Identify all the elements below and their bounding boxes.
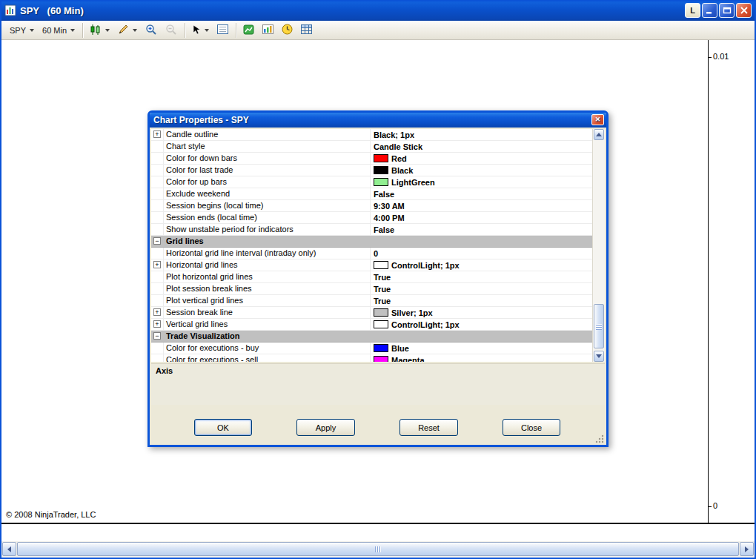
property-value[interactable]: Blue <box>371 343 592 354</box>
data-box-button[interactable] <box>213 22 232 39</box>
copyright-text: © 2008 NinjaTrader, LLC <box>6 510 96 519</box>
value-text: Candle Stick <box>374 142 422 152</box>
cursor-icon <box>192 24 201 36</box>
minimize-button[interactable] <box>702 3 717 18</box>
property-row[interactable]: Exclude weekendFalse <box>151 188 592 200</box>
scrollbar-thumb[interactable] <box>594 304 604 348</box>
property-value[interactable]: Magenta <box>371 354 592 362</box>
scrollbar-thumb[interactable] <box>17 542 739 556</box>
expand-icon[interactable]: + <box>153 261 161 268</box>
property-row[interactable]: Color for down barsRed <box>151 153 592 165</box>
collapse-icon[interactable]: − <box>153 237 161 245</box>
property-value[interactable]: Black <box>371 165 592 176</box>
window-titlebar[interactable]: SPY (60 Min) L <box>0 0 756 21</box>
session-clock-button[interactable] <box>278 22 296 39</box>
chart-horizontal-scrollbar[interactable] <box>1 541 755 557</box>
expand-cell <box>151 165 164 176</box>
property-row[interactable]: Chart styleCandle Stick <box>151 141 592 153</box>
property-value[interactable]: True <box>371 295 592 306</box>
value-text: True <box>374 296 391 306</box>
property-row[interactable]: +Session break lineSilver; 1px <box>151 307 592 319</box>
scroll-right-button[interactable] <box>740 542 754 556</box>
chart-style-button[interactable] <box>86 22 113 39</box>
drawing-tools-button[interactable] <box>114 22 141 39</box>
expand-icon[interactable]: + <box>153 130 161 138</box>
property-value[interactable]: False <box>371 224 592 235</box>
property-row[interactable]: Color for last tradeBlack <box>151 165 592 176</box>
property-grid-scrollbar[interactable] <box>592 129 605 362</box>
expand-cell <box>151 283 164 294</box>
app-icon <box>4 4 16 16</box>
apply-button[interactable]: Apply <box>296 419 355 436</box>
chart-image-button[interactable] <box>259 22 277 39</box>
chart-image-icon <box>262 24 273 36</box>
property-value[interactable]: True <box>371 283 592 294</box>
property-value[interactable]: False <box>371 188 592 199</box>
data-grid-button[interactable] <box>297 22 316 39</box>
cursor-tool-button[interactable] <box>188 22 213 39</box>
property-row[interactable]: Session begins (local time)9:30 AM <box>151 200 592 212</box>
property-label: Vertical grid lines <box>164 319 371 330</box>
property-row[interactable]: Color for executions - sellMagenta <box>151 354 592 362</box>
property-value[interactable]: Silver; 1px <box>371 307 592 318</box>
property-value[interactable]: 9:30 AM <box>371 200 592 211</box>
resize-grip[interactable] <box>595 434 605 443</box>
property-value[interactable]: LightGreen <box>371 176 592 188</box>
maximize-button[interactable] <box>719 3 735 18</box>
property-value[interactable]: 4:00 PM <box>371 212 592 223</box>
category-row[interactable]: −Grid lines <box>151 236 592 248</box>
property-row[interactable]: +Vertical grid linesControlLight; 1px <box>151 319 592 331</box>
property-grid: +Candle outlineBlack; 1pxChart styleCand… <box>151 129 605 362</box>
property-value[interactable]: Black; 1px <box>371 129 592 140</box>
data-box-icon <box>217 24 228 36</box>
property-value[interactable]: Red <box>371 153 592 164</box>
dialog-close-button[interactable]: ✕ <box>591 114 604 125</box>
expand-cell <box>151 153 164 164</box>
scroll-up-button[interactable] <box>594 129 604 140</box>
expand-icon[interactable]: + <box>153 308 161 316</box>
property-row[interactable]: Color for executions - buyBlue <box>151 343 592 354</box>
property-row[interactable]: +Candle outlineBlack; 1px <box>151 129 592 141</box>
category-row[interactable]: −Trade Visualization <box>151 331 592 343</box>
color-swatch <box>374 308 388 317</box>
property-row[interactable]: Plot session break linesTrue <box>151 283 592 295</box>
property-row[interactable]: +Horizontal grid linesControlLight; 1px <box>151 259 592 271</box>
property-row[interactable]: Plot vertical grid linesTrue <box>151 295 592 307</box>
color-swatch <box>374 166 388 174</box>
color-swatch <box>374 178 388 186</box>
interval-dropdown[interactable]: 60 Min <box>39 22 79 39</box>
property-label: Session break line <box>164 307 371 318</box>
zoom-in-button[interactable] <box>142 22 161 39</box>
value-text: False <box>374 189 394 199</box>
scroll-left-button[interactable] <box>2 542 16 556</box>
property-row[interactable]: Show unstable period for indicatorsFalse <box>151 224 592 236</box>
property-row[interactable]: Color for up barsLightGreen <box>151 176 592 188</box>
ok-button[interactable]: OK <box>194 419 252 436</box>
close-button[interactable] <box>736 3 752 18</box>
zoom-out-button[interactable] <box>162 22 181 39</box>
close-dialog-button[interactable]: Close <box>503 419 560 436</box>
property-label: Color for last trade <box>164 165 371 176</box>
dialog-titlebar[interactable]: Chart Properties - SPY ✕ <box>150 113 606 128</box>
expand-icon[interactable]: + <box>153 320 161 328</box>
expand-cell: − <box>151 236 164 247</box>
scroll-down-button[interactable] <box>594 351 604 362</box>
indicators-button[interactable] <box>239 22 258 39</box>
instrument-dropdown[interactable]: SPY <box>6 22 38 39</box>
property-label: Trade Visualization <box>164 331 592 342</box>
property-value[interactable]: 0 <box>371 248 592 259</box>
property-value[interactable]: ControlLight; 1px <box>371 319 592 330</box>
axis-tick <box>708 57 712 58</box>
clock-icon <box>282 24 293 36</box>
link-button[interactable]: L <box>685 3 700 18</box>
expand-cell: + <box>151 259 164 271</box>
property-label: Plot session break lines <box>164 283 371 294</box>
property-row[interactable]: Session ends (local time)4:00 PM <box>151 212 592 224</box>
reset-button[interactable]: Reset <box>399 419 458 436</box>
collapse-icon[interactable]: − <box>153 332 161 340</box>
property-value[interactable]: True <box>371 271 592 282</box>
property-row[interactable]: Plot horizontal grid linesTrue <box>151 271 592 283</box>
property-value[interactable]: ControlLight; 1px <box>371 259 592 271</box>
property-row[interactable]: Horizontal grid line interval (intraday … <box>151 248 592 259</box>
property-value[interactable]: Candle Stick <box>371 141 592 152</box>
